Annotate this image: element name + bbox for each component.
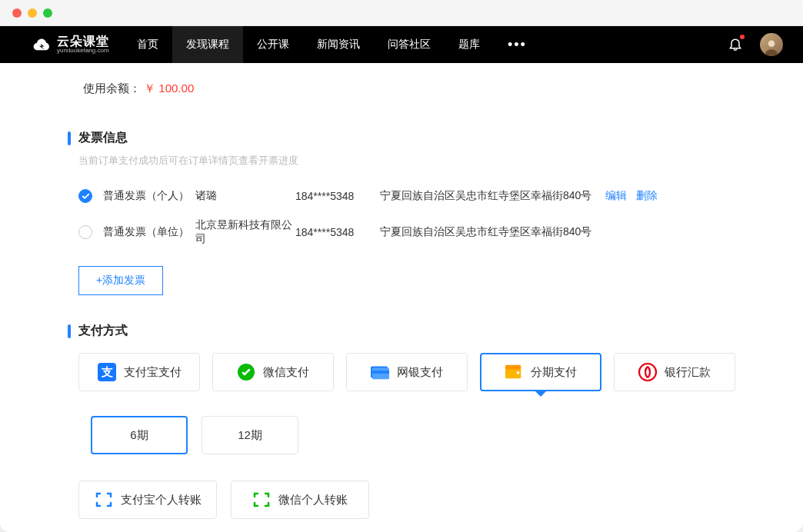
cloud-logo-icon xyxy=(32,35,52,55)
invoice-section-title: 发票信息 xyxy=(68,130,735,146)
balance-label: 使用余额： xyxy=(83,81,141,95)
invoice-phone: 184****5348 xyxy=(295,226,380,238)
bank-icon xyxy=(638,363,657,381)
balance-amount: ￥ 100.00 xyxy=(144,81,194,95)
close-window-button[interactable] xyxy=(12,8,22,18)
svg-point-10 xyxy=(639,364,656,381)
personal-transfer-options: 支付宝个人转账 微信个人转账 xyxy=(78,480,735,519)
brand-name: 云朵课堂 xyxy=(57,35,109,48)
invoice-row-personal[interactable]: 普通发票（个人） 诸璐 184****5348 宁夏回族自治区吴忠市红寺堡区幸福… xyxy=(68,181,735,211)
nav-more-icon[interactable]: ••• xyxy=(494,26,541,63)
term-option-12[interactable]: 12期 xyxy=(202,416,298,454)
nav-home[interactable]: 首页 xyxy=(123,26,172,63)
balance-row: 使用余额： ￥ 100.00 xyxy=(68,81,735,96)
pay-option-netbank[interactable]: 网银支付 xyxy=(346,353,468,391)
transfer-option-wechat[interactable]: 微信个人转账 xyxy=(231,480,369,519)
nav-qa-community[interactable]: 问答社区 xyxy=(374,26,445,63)
top-navbar: 云朵课堂 yunduoketang.com 首页 发现课程 公开课 新闻资讯 问… xyxy=(0,26,803,63)
minimize-window-button[interactable] xyxy=(28,8,37,18)
wallet-icon xyxy=(505,363,523,381)
maximize-window-button[interactable] xyxy=(43,8,52,18)
installment-terms: 6期 12期 xyxy=(91,416,735,454)
main-nav: 首页 发现课程 公开课 新闻资讯 问答社区 题库 ••• xyxy=(123,26,541,63)
invoice-type: 普通发票（个人） xyxy=(103,189,195,203)
notifications-button[interactable] xyxy=(728,36,743,54)
scan-frame-blue-icon xyxy=(95,490,113,509)
pay-option-installment[interactable]: 分期支付 xyxy=(480,353,601,391)
invoice-row-company[interactable]: 普通发票（单位） 北京昱新科技有限公司 184****5348 宁夏回族自治区吴… xyxy=(68,211,735,254)
invoice-delete-link[interactable]: 删除 xyxy=(636,189,658,201)
invoice-address: 宁夏回族自治区吴忠市红寺堡区幸福街840号 xyxy=(380,225,591,239)
app-window: 云朵课堂 yunduoketang.com 首页 发现课程 公开课 新闻资讯 问… xyxy=(0,0,803,532)
svg-point-9 xyxy=(517,371,520,374)
invoice-phone: 184****5348 xyxy=(295,190,380,202)
wechat-icon xyxy=(237,363,255,381)
payment-options: 支 支付宝支付 微信支付 网银支付 分期支付 xyxy=(78,353,735,391)
svg-point-0 xyxy=(768,40,775,47)
svg-rect-5 xyxy=(372,367,389,379)
invoice-edit-link[interactable]: 编辑 xyxy=(605,189,627,201)
transfer-option-alipay[interactable]: 支付宝个人转账 xyxy=(78,480,217,519)
pay-option-alipay[interactable]: 支 支付宝支付 xyxy=(78,353,200,391)
svg-text:支: 支 xyxy=(100,365,112,378)
invoice-radio-company[interactable] xyxy=(78,225,92,239)
check-icon xyxy=(82,192,90,201)
bank-card-icon xyxy=(371,363,389,381)
page-content: 使用余额： ￥ 100.00 发票信息 当前订单支付成功后可在订单详情页查看开票… xyxy=(0,63,803,532)
notification-dot-icon xyxy=(740,35,745,39)
alipay-icon: 支 xyxy=(98,363,116,381)
svg-rect-8 xyxy=(505,365,521,370)
nav-open-class[interactable]: 公开课 xyxy=(243,26,303,63)
avatar-icon xyxy=(761,36,781,56)
nav-discover-courses[interactable]: 发现课程 xyxy=(172,26,243,63)
invoice-address: 宁夏回族自治区吴忠市红寺堡区幸福街840号 xyxy=(380,189,591,203)
add-invoice-button[interactable]: +添加发票 xyxy=(78,266,163,295)
term-option-6[interactable]: 6期 xyxy=(91,416,188,454)
svg-rect-6 xyxy=(372,371,389,374)
nav-question-bank[interactable]: 题库 xyxy=(445,26,494,63)
user-avatar[interactable] xyxy=(760,33,783,56)
invoice-section-subtitle: 当前订单支付成功后可在订单详情页查看开票进度 xyxy=(78,154,735,168)
mac-titlebar xyxy=(0,0,803,26)
nav-news[interactable]: 新闻资讯 xyxy=(303,26,374,63)
invoice-radio-personal[interactable] xyxy=(78,189,92,203)
invoice-name: 北京昱新科技有限公司 xyxy=(195,218,295,246)
brand-logo[interactable]: 云朵课堂 yunduoketang.com xyxy=(32,35,109,55)
brand-sub: yunduoketang.com xyxy=(57,48,109,54)
invoice-name: 诸璐 xyxy=(195,189,295,203)
scan-frame-green-icon xyxy=(252,490,271,509)
pay-option-bank-transfer[interactable]: 银行汇款 xyxy=(614,353,735,391)
invoice-type: 普通发票（单位） xyxy=(103,225,195,239)
pay-option-wechat[interactable]: 微信支付 xyxy=(212,353,334,391)
invoice-actions: 编辑 删除 xyxy=(605,189,664,203)
payment-section-title: 支付方式 xyxy=(68,323,735,339)
